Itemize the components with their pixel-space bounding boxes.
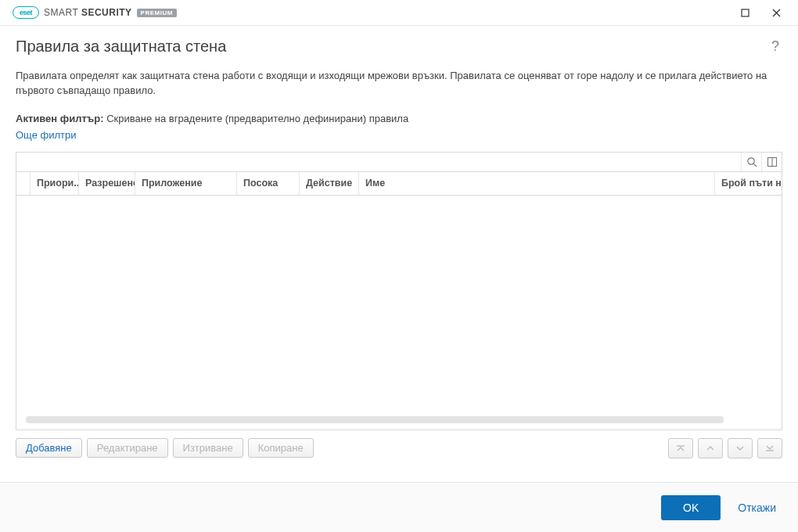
move-bottom-button[interactable] bbox=[757, 438, 782, 458]
search-icon bbox=[746, 156, 757, 167]
brand-logo: eset bbox=[13, 6, 39, 19]
col-handle[interactable] bbox=[16, 172, 31, 195]
col-name[interactable]: Име bbox=[359, 172, 715, 195]
more-filters-link[interactable]: Още филтри bbox=[16, 129, 77, 141]
columns-icon bbox=[767, 156, 778, 167]
titlebar: eset SMART SECURITY PREMIUM bbox=[0, 0, 798, 25]
col-priority[interactable]: Приори... bbox=[31, 172, 79, 195]
brand-name-light: SMART bbox=[44, 7, 78, 18]
svg-rect-0 bbox=[742, 9, 749, 16]
col-direction[interactable]: Посока bbox=[237, 172, 300, 195]
chevron-up-icon bbox=[705, 443, 716, 454]
table-actions: Добавяне Редактиране Изтриване Копиране bbox=[16, 438, 782, 458]
header-row: Правила за защитната стена ? bbox=[16, 35, 782, 58]
active-filter-value: Скриване на вградените (предварително де… bbox=[106, 113, 408, 124]
maximize-icon bbox=[741, 9, 749, 17]
help-button[interactable]: ? bbox=[768, 35, 782, 58]
rules-table: Приори... Разрешено Приложение Посока Де… bbox=[16, 152, 782, 458]
ok-button[interactable]: OK bbox=[661, 495, 721, 520]
edit-button[interactable]: Редактиране bbox=[87, 438, 168, 458]
move-up-button[interactable] bbox=[698, 438, 723, 458]
chevron-down-icon bbox=[735, 443, 746, 454]
add-button[interactable]: Добавяне bbox=[16, 438, 82, 458]
col-enabled[interactable]: Разрешено bbox=[79, 172, 135, 195]
active-filter: Активен филтър: Скриване на вградените (… bbox=[16, 113, 782, 124]
table-search-button[interactable] bbox=[741, 153, 761, 171]
move-top-button[interactable] bbox=[668, 438, 693, 458]
col-count[interactable]: Брой пъти на bbox=[715, 172, 782, 195]
svg-point-1 bbox=[747, 157, 753, 164]
cancel-button[interactable]: Откажи bbox=[732, 497, 782, 519]
move-down-button[interactable] bbox=[728, 438, 753, 458]
delete-button[interactable]: Изтриване bbox=[173, 438, 243, 458]
brand-badge: PREMIUM bbox=[137, 9, 177, 17]
page-title: Правила за защитната стена bbox=[16, 38, 768, 56]
active-filter-label: Активен филтър: bbox=[16, 113, 104, 124]
brand-text: SMART SECURITY bbox=[44, 7, 132, 18]
chevron-top-icon bbox=[675, 443, 686, 454]
table-search-row bbox=[16, 152, 782, 172]
col-application[interactable]: Приложение bbox=[135, 172, 237, 195]
brand-name-bold: SECURITY bbox=[81, 7, 132, 18]
chevron-bottom-icon bbox=[764, 443, 775, 454]
dialog-footer: OK Откажи bbox=[0, 482, 798, 532]
col-action[interactable]: Действие bbox=[300, 172, 359, 195]
maximize-button[interactable] bbox=[729, 3, 760, 22]
table-header: Приори... Разрешено Приложение Посока Де… bbox=[16, 172, 782, 196]
horizontal-scrollbar[interactable] bbox=[26, 416, 724, 423]
table-columns-button[interactable] bbox=[761, 153, 782, 171]
brand: eset SMART SECURITY PREMIUM bbox=[13, 6, 177, 19]
close-button[interactable] bbox=[760, 3, 792, 22]
close-icon bbox=[772, 9, 781, 17]
page-description: Правилата определят как защитната стена … bbox=[16, 69, 782, 99]
copy-button[interactable]: Копиране bbox=[248, 438, 314, 458]
question-icon: ? bbox=[771, 38, 779, 54]
window-controls bbox=[729, 3, 792, 22]
reorder-buttons bbox=[668, 438, 782, 458]
table-body bbox=[16, 196, 782, 430]
content-area: Правила за защитната стена ? Правилата о… bbox=[0, 26, 798, 468]
